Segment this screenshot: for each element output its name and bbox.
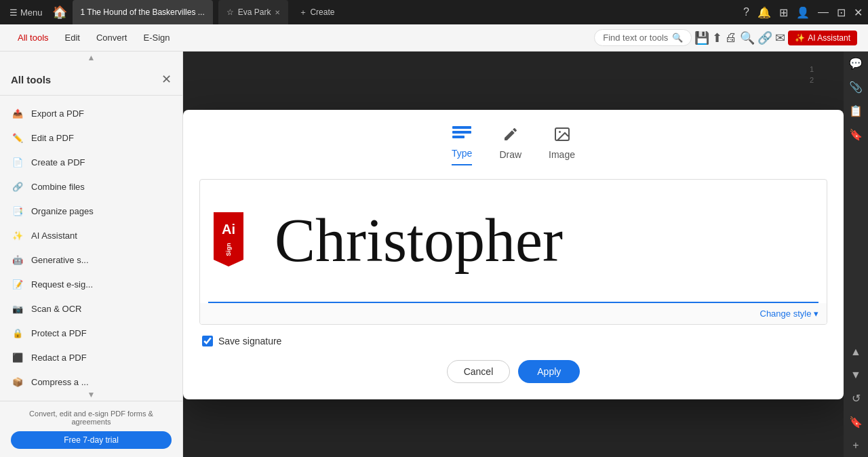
signature-content: Ai Sign Christopher xyxy=(200,180,827,302)
right-panel-icon-4[interactable]: 🔖 xyxy=(849,128,863,141)
save-signature-label[interactable]: Save signature xyxy=(218,336,281,346)
print-icon[interactable]: 🖨 xyxy=(725,31,737,45)
search-box[interactable]: Find text or tools 🔍 xyxy=(594,29,692,46)
sidebar-item-protect-pdf[interactable]: 🔒 Protect a PDF xyxy=(0,321,182,345)
organize-icon: 📑 xyxy=(11,204,24,218)
zoom-icon[interactable]: 🔍 xyxy=(740,31,755,45)
svg-rect-0 xyxy=(452,126,471,129)
sidebar-item-label: Generative s... xyxy=(31,255,89,265)
adobe-sign-badge: Ai Sign xyxy=(214,212,243,269)
mail-icon[interactable]: ✉ xyxy=(775,31,785,45)
sidebar-item-compress[interactable]: 📦 Compress a ... xyxy=(0,370,182,389)
sidebar-item-generative[interactable]: 🤖 Generative s... xyxy=(0,247,182,272)
ai-assistant-icon: ✨ xyxy=(11,228,24,242)
sidebar-item-export-pdf[interactable]: 📤 Export a PDF xyxy=(0,101,182,125)
scroll-down-icon[interactable]: ▼ xyxy=(850,369,861,381)
scroll-up-icon[interactable]: ▲ xyxy=(850,346,861,358)
user-icon[interactable]: 👤 xyxy=(796,6,810,19)
right-panel-icon-1[interactable]: 💬 xyxy=(849,57,863,70)
trial-button[interactable]: Free 7-day trial xyxy=(11,431,172,449)
apps-icon[interactable]: ⊞ xyxy=(779,6,788,19)
star-icon: ☆ xyxy=(226,7,234,17)
sidebar-scroll-up[interactable]: ▲ xyxy=(0,52,182,64)
cancel-button[interactable]: Cancel xyxy=(447,360,511,383)
toolbar-convert[interactable]: Convert xyxy=(90,30,134,45)
sidebar-bottom-text: Convert, edit and e-sign PDF forms & agr… xyxy=(11,410,172,426)
compress-icon: 📦 xyxy=(11,375,24,389)
sidebar-close-button[interactable]: ✕ xyxy=(161,72,172,87)
sidebar-item-label: Request e-sig... xyxy=(31,279,93,290)
maximize-icon[interactable]: ⊡ xyxy=(837,6,846,19)
sidebar-item-edit-pdf[interactable]: ✏️ Edit a PDF xyxy=(0,125,182,150)
create-label: Create xyxy=(310,7,334,17)
sidebar-item-label: Create a PDF xyxy=(31,157,85,167)
draw-tab-icon xyxy=(502,126,519,146)
svg-rect-1 xyxy=(452,131,471,134)
save-signature-checkbox[interactable] xyxy=(202,336,213,346)
toolbar-edit[interactable]: Edit xyxy=(58,30,87,45)
sidebar-item-redact-pdf[interactable]: ⬛ Redact a PDF xyxy=(0,345,182,370)
request-esign-icon: 📝 xyxy=(11,277,24,291)
signature-modal: Type Draw Image xyxy=(183,110,844,399)
export-pdf-icon: 📤 xyxy=(11,106,24,120)
toolbar-esign[interactable]: E-Sign xyxy=(136,30,176,45)
menu-button[interactable]: ☰ Menu xyxy=(5,7,47,18)
toolbar-alltools[interactable]: All tools xyxy=(11,30,56,45)
sidebar-item-combine-files[interactable]: 🔗 Combine files xyxy=(0,174,182,199)
menu-label: Menu xyxy=(20,7,43,18)
minimize-icon[interactable]: — xyxy=(818,6,829,18)
change-style-button[interactable]: Change style ▾ xyxy=(200,303,827,324)
sidebar-item-ai-assistant[interactable]: ✨ AI Assistant xyxy=(0,223,182,247)
main-layout: ▲ All tools ✕ 📤 Export a PDF ✏️ Edit a P… xyxy=(0,52,868,457)
svg-rect-2 xyxy=(452,136,465,138)
tab-image[interactable]: Image xyxy=(549,126,575,165)
sidebar-item-label: Organize pages xyxy=(31,206,94,216)
sidebar: ▲ All tools ✕ 📤 Export a PDF ✏️ Edit a P… xyxy=(0,52,183,457)
top-bar: ☰ Menu 🏠 1 The Hound of the Baskervilles… xyxy=(0,0,868,24)
main-content: Type Draw Image xyxy=(183,52,844,457)
svg-text:Sign: Sign xyxy=(225,243,232,256)
home-icon[interactable]: 🏠 xyxy=(52,5,67,20)
tab-type[interactable]: Type xyxy=(452,126,472,165)
edit-pdf-icon: ✏️ xyxy=(11,131,24,144)
right-panel-icon-3[interactable]: 📋 xyxy=(849,104,863,117)
sidebar-item-label: Scan & OCR xyxy=(31,304,81,314)
search-icon: 🔍 xyxy=(672,33,683,43)
notifications-icon[interactable]: 🔔 xyxy=(757,6,771,19)
svg-point-4 xyxy=(559,131,561,133)
apply-button[interactable]: Apply xyxy=(518,360,580,383)
tab-draw[interactable]: Draw xyxy=(499,126,521,165)
zoom-in-icon[interactable]: + xyxy=(852,439,859,452)
sidebar-item-scan-ocr[interactable]: 📷 Scan & OCR xyxy=(0,296,182,321)
ai-icon: ✨ xyxy=(795,33,805,43)
tab-evapark-label: Eva Park xyxy=(238,7,271,17)
tab-close-icon[interactable]: ✕ xyxy=(275,9,280,16)
right-panel-icon-2[interactable]: 📎 xyxy=(849,81,863,94)
window-close-icon[interactable]: ✕ xyxy=(854,6,863,19)
tab-document[interactable]: 1 The Hound of the Baskervilles ... xyxy=(73,0,213,24)
save-icon[interactable]: 💾 xyxy=(694,31,709,45)
create-tab[interactable]: ＋ Create xyxy=(294,7,340,18)
modal-tabs: Type Draw Image xyxy=(199,126,827,165)
sidebar-item-request-esign[interactable]: 📝 Request e-sig... xyxy=(0,272,182,296)
link-icon[interactable]: 🔗 xyxy=(757,31,772,45)
help-icon[interactable]: ? xyxy=(743,6,749,18)
sidebar-scroll-down[interactable]: ▼ xyxy=(0,389,182,401)
tab-document-label: 1 The Hound of the Baskervilles ... xyxy=(81,7,205,17)
tab-evapark[interactable]: ☆ Eva Park ✕ xyxy=(218,0,289,24)
generative-icon: 🤖 xyxy=(11,253,24,266)
search-text: Find text or tools xyxy=(603,33,668,43)
sidebar-item-create-pdf[interactable]: 📄 Create a PDF xyxy=(0,150,182,174)
combine-icon: 🔗 xyxy=(11,180,24,193)
refresh-icon[interactable]: ↺ xyxy=(852,392,861,405)
sidebar-item-label: Protect a PDF xyxy=(31,328,87,338)
sidebar-items: 📤 Export a PDF ✏️ Edit a PDF 📄 Create a … xyxy=(0,96,182,389)
hamburger-icon: ☰ xyxy=(9,7,18,18)
sidebar-item-organize-pages[interactable]: 📑 Organize pages xyxy=(0,199,182,223)
ai-label: AI Assistant xyxy=(808,33,850,43)
sidebar-item-label: AI Assistant xyxy=(31,231,77,241)
upload-icon[interactable]: ⬆ xyxy=(712,31,722,45)
ai-assistant-button[interactable]: ✨ AI Assistant xyxy=(788,31,857,45)
bookmark-icon[interactable]: 🔖 xyxy=(849,416,863,429)
modal-buttons: Cancel Apply xyxy=(199,360,827,383)
